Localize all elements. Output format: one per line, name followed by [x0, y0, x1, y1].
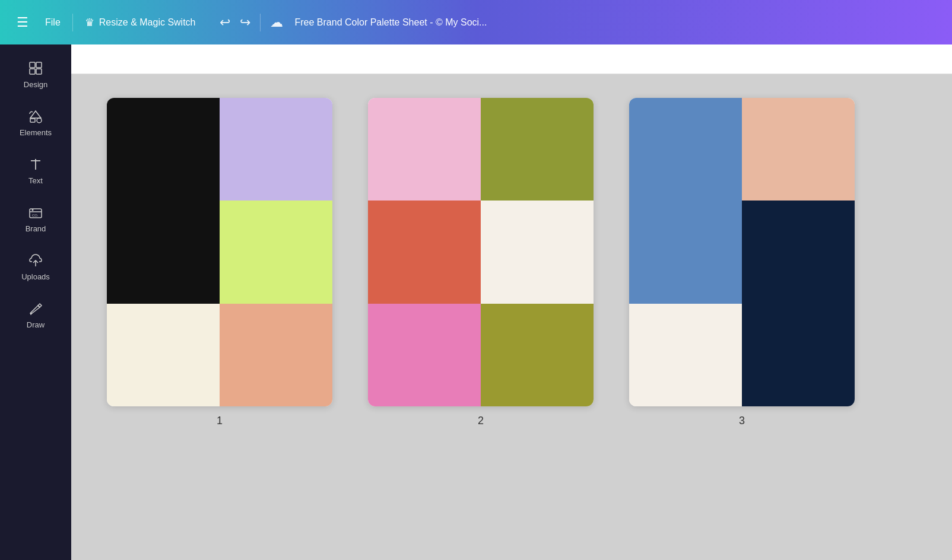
canvas-content: 1 2: [71, 74, 952, 560]
redo-button[interactable]: ↪: [240, 15, 250, 30]
elements-label: Elements: [20, 128, 52, 137]
sidebar: Design Elements Text CO.: [0, 44, 71, 560]
sidebar-item-text[interactable]: Text: [0, 147, 71, 195]
page-1-card[interactable]: [107, 98, 332, 406]
text-label: Text: [28, 176, 43, 185]
crown-icon: ♛: [85, 16, 94, 29]
svg-rect-0: [30, 62, 35, 68]
card1-color-cream: [107, 304, 220, 406]
uploads-label: Uploads: [21, 272, 50, 281]
card2-color-olive: [481, 98, 594, 201]
sidebar-item-elements[interactable]: Elements: [0, 98, 71, 147]
draw-icon: [27, 300, 44, 317]
sidebar-item-draw[interactable]: Draw: [0, 291, 71, 339]
brand-label: Brand: [26, 224, 46, 233]
card3-color-blue: [629, 98, 742, 304]
document-title: Free Brand Color Palette Sheet - © My So…: [295, 17, 941, 28]
card3-color-cream: [629, 304, 742, 406]
card2-color-magenta: [368, 304, 481, 406]
page-2-number: 2: [478, 415, 484, 427]
svg-rect-2: [30, 69, 35, 74]
page-3-card[interactable]: [629, 98, 855, 406]
page-2-container: 2: [368, 98, 594, 427]
page-1-container: 1: [107, 98, 332, 427]
sidebar-item-uploads[interactable]: Uploads: [0, 243, 71, 291]
svg-rect-1: [36, 62, 42, 68]
cloud-save-button[interactable]: ☁: [270, 15, 283, 30]
card1-color-lime: [220, 201, 332, 303]
svg-text:CO.: CO.: [32, 214, 39, 217]
sidebar-item-design[interactable]: Design: [0, 50, 71, 98]
draw-label: Draw: [27, 320, 45, 329]
undo-button[interactable]: ↩: [220, 15, 230, 30]
design-label: Design: [24, 80, 47, 89]
app-header: ☰ File ♛ Resize & Magic Switch ↩ ↪ ☁ Fre…: [0, 0, 952, 44]
svg-rect-4: [30, 119, 35, 122]
menu-icon[interactable]: ☰: [12, 15, 33, 30]
sidebar-item-brand[interactable]: CO. Brand: [0, 195, 71, 243]
uploads-icon: [27, 252, 44, 269]
card3-color-navy: [742, 201, 855, 406]
header-divider-1: [72, 14, 73, 31]
card1-color-peach: [220, 304, 332, 406]
card1-color-black: [107, 98, 220, 304]
page-3-number: 3: [739, 415, 745, 427]
card2-color-cream: [481, 201, 594, 303]
header-actions: ↩ ↪ ☁: [220, 14, 283, 31]
main-layout: Design Elements Text CO.: [0, 44, 952, 560]
elements-icon: [27, 108, 44, 125]
svg-rect-3: [36, 69, 42, 74]
resize-label: Resize & Magic Switch: [99, 17, 196, 28]
card2-color-pink: [368, 98, 481, 201]
design-icon: [27, 60, 44, 77]
svg-point-5: [37, 118, 42, 123]
card3-color-salmon: [742, 98, 855, 201]
file-menu[interactable]: File: [45, 17, 61, 28]
card1-color-lavender: [220, 98, 332, 201]
svg-point-9: [32, 209, 34, 211]
canvas-area: 1 2: [71, 44, 952, 560]
resize-magic-switch[interactable]: ♛ Resize & Magic Switch: [85, 16, 196, 29]
card2-color-terracotta: [368, 201, 481, 303]
page-2-card[interactable]: [368, 98, 594, 406]
page-1-number: 1: [217, 415, 223, 427]
brand-icon: CO.: [27, 204, 44, 221]
text-icon: [27, 156, 44, 173]
header-divider-2: [260, 14, 261, 31]
page-3-container: 3: [629, 98, 855, 427]
canvas-top-bar: [71, 44, 952, 74]
card2-color-dark-olive: [481, 304, 594, 406]
